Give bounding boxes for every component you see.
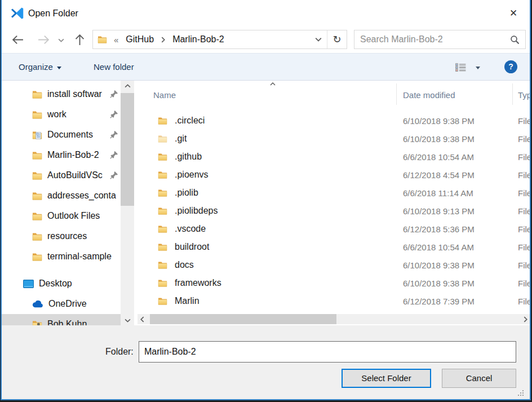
sidebar-item-addresses-contacts[interactable]: addresses_conta xyxy=(2,185,121,206)
file-row-git[interactable]: .git 6/10/2018 9:38 PM File xyxy=(134,130,530,148)
folder-icon xyxy=(158,279,167,287)
sidebar-item-install-software[interactable]: install softwar xyxy=(2,84,121,104)
search-input[interactable] xyxy=(354,34,510,45)
folder-icon xyxy=(158,207,167,215)
desktop-icon xyxy=(23,280,34,288)
file-list: Name Date modified Typ .circleci 6/10/20… xyxy=(134,81,530,325)
breadcrumb-chevron-icon xyxy=(161,37,165,43)
recent-locations-chevron-icon[interactable] xyxy=(58,38,64,42)
pin-icon xyxy=(110,130,118,139)
file-row-frameworks[interactable]: frameworks 6/10/2018 9:38 PM File xyxy=(134,274,530,292)
file-rows: .circleci 6/10/2018 9:38 PM File .git 6/… xyxy=(134,107,530,310)
close-icon[interactable]: ✕ xyxy=(505,0,522,26)
file-row-piolib[interactable]: .piolib 6/6/2018 11:14 AM File xyxy=(134,184,530,202)
address-bar[interactable]: « GitHub Marlin-Bob-2 ↻ xyxy=(92,30,347,49)
user-folder-icon xyxy=(32,320,42,326)
folder-icon xyxy=(158,297,167,305)
address-dropdown-chevron-icon[interactable] xyxy=(310,30,327,48)
folder-icon xyxy=(32,111,42,119)
scroll-down-icon[interactable] xyxy=(121,315,134,325)
sidebar-item-resources[interactable]: resources xyxy=(2,226,121,246)
sidebar-item-work[interactable]: work xyxy=(2,104,121,125)
file-row-circleci[interactable]: .circleci 6/10/2018 9:38 PM File xyxy=(134,112,530,130)
file-row-buildroot[interactable]: buildroot 6/6/2018 10:54 AM File xyxy=(134,238,530,256)
dialog-content: install softwar work Documents Marlin-Bo… xyxy=(2,81,530,325)
sidebar-item-documents[interactable]: Documents xyxy=(2,125,121,145)
cancel-button[interactable]: Cancel xyxy=(442,369,516,388)
screen: Open Folder ✕ « GitHub Marlin-Bob-2 ↻ O xyxy=(0,0,532,402)
folder-icon xyxy=(158,189,167,197)
up-button[interactable] xyxy=(74,34,86,46)
back-button[interactable] xyxy=(12,34,24,46)
vscode-app-icon xyxy=(11,7,24,20)
column-header-name[interactable]: Name xyxy=(153,81,176,107)
pin-icon xyxy=(110,151,118,159)
organize-caret-icon xyxy=(57,67,61,69)
folder-icon xyxy=(158,171,167,179)
file-row-pioenvs[interactable]: .pioenvs 6/12/2018 4:54 PM File xyxy=(134,166,530,184)
resize-grip-icon[interactable] xyxy=(518,390,524,396)
dialog-title: Open Folder xyxy=(28,0,78,26)
file-row-vscode[interactable]: .vscode 6/12/2018 5:36 PM File xyxy=(134,220,530,238)
file-row-github[interactable]: .github 6/6/2018 10:54 AM File xyxy=(134,148,530,166)
refresh-icon[interactable]: ↻ xyxy=(327,30,347,48)
scroll-up-icon[interactable] xyxy=(121,81,134,91)
folder-icon xyxy=(158,153,167,161)
sidebar-item-terminal-sample[interactable]: terminal-sample xyxy=(2,246,121,267)
sort-ascending-icon xyxy=(269,82,276,86)
column-header-type[interactable]: Typ xyxy=(518,81,531,107)
sidebar-item-onedrive[interactable]: OneDrive xyxy=(2,294,121,314)
sidebar-scrollbar[interactable] xyxy=(121,81,134,325)
folder-icon xyxy=(158,261,167,269)
command-toolbar: Organize New folder ? xyxy=(2,53,530,81)
column-headers: Name Date modified Typ xyxy=(134,81,530,107)
folder-icon xyxy=(32,171,42,180)
organize-button[interactable]: Organize xyxy=(19,54,61,80)
folder-icon xyxy=(32,253,42,261)
sidebar-item-marlin-bob-2[interactable]: Marlin-Bob-2 xyxy=(2,145,121,165)
change-view-icon[interactable] xyxy=(455,63,467,72)
sidebar-item-outlook-files[interactable]: Outlook Files xyxy=(2,206,121,226)
scroll-left-icon[interactable] xyxy=(138,314,147,324)
onedrive-cloud-icon xyxy=(32,301,43,308)
forward-button[interactable] xyxy=(38,34,50,46)
open-folder-dialog: Open Folder ✕ « GitHub Marlin-Bob-2 ↻ O xyxy=(1,0,531,400)
navigation-bar: « GitHub Marlin-Bob-2 ↻ xyxy=(2,26,530,53)
folder-icon xyxy=(32,90,42,99)
folder-icon xyxy=(32,151,42,160)
sidebar-item-desktop[interactable]: Desktop xyxy=(2,273,121,294)
search-box xyxy=(354,30,526,49)
breadcrumb-github[interactable]: GitHub xyxy=(126,34,154,45)
folder-name-input[interactable] xyxy=(139,341,516,363)
column-header-date-modified[interactable]: Date modified xyxy=(403,81,455,107)
new-folder-button[interactable]: New folder xyxy=(94,54,134,80)
file-row-piolibdeps[interactable]: .piolibdeps 6/10/2018 9:13 PM File xyxy=(134,202,530,220)
folder-icon xyxy=(158,225,167,233)
select-folder-button[interactable]: Select Folder xyxy=(342,369,431,388)
scrollbar-thumb[interactable] xyxy=(150,314,336,324)
pin-icon xyxy=(110,90,118,98)
folder-icon xyxy=(32,212,42,220)
help-icon[interactable]: ? xyxy=(504,60,517,73)
search-icon[interactable] xyxy=(510,35,520,45)
documents-folder-icon xyxy=(32,131,42,139)
file-row-docs[interactable]: docs 6/10/2018 9:38 PM File xyxy=(134,256,530,274)
folder-icon xyxy=(32,232,42,241)
hidden-folder-icon xyxy=(158,135,167,143)
pin-icon xyxy=(110,171,118,179)
dialog-footer: Folder: Select Folder Cancel xyxy=(2,325,530,400)
scroll-right-icon[interactable] xyxy=(521,314,530,324)
folder-field-label: Folder: xyxy=(105,341,134,363)
sidebar-item-autobuildvsc[interactable]: AutoBuildVSc xyxy=(2,165,121,185)
titlebar: Open Folder ✕ xyxy=(2,0,530,26)
breadcrumb-overflow[interactable]: « xyxy=(114,35,118,45)
breadcrumb-marlin-bob-2[interactable]: Marlin-Bob-2 xyxy=(172,34,224,45)
file-row-marlin[interactable]: Marlin 6/12/2018 7:39 PM File xyxy=(134,292,530,310)
view-options-chevron-icon[interactable] xyxy=(476,67,480,69)
address-folder-icon xyxy=(97,36,107,43)
sidebar-item-bob-kuhn[interactable]: Bob Kuhn xyxy=(2,314,121,325)
folder-icon xyxy=(158,243,167,251)
scrollbar-thumb[interactable] xyxy=(121,93,134,206)
folder-icon xyxy=(158,117,167,125)
filelist-horizontal-scrollbar[interactable] xyxy=(138,314,530,324)
